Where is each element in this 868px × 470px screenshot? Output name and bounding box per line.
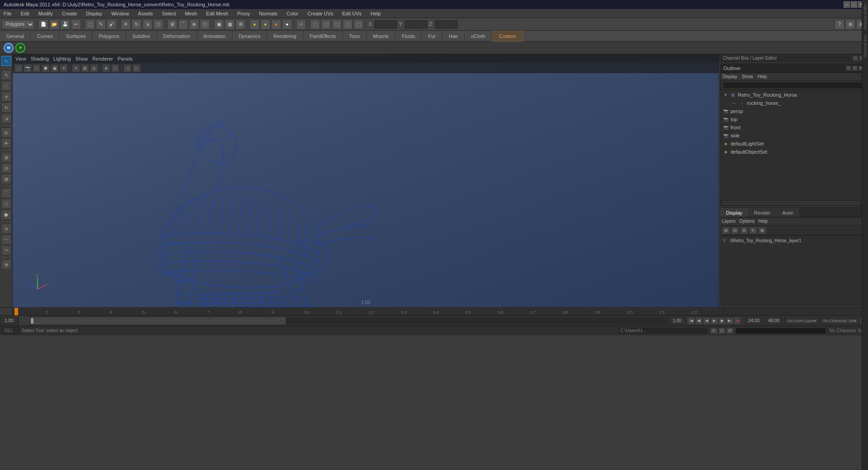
vp-select-button[interactable]: ⬚ bbox=[14, 64, 23, 72]
light1-button[interactable]: ● bbox=[250, 19, 259, 29]
range-end-end-field[interactable]: 48.00 bbox=[764, 318, 783, 324]
vp-grid-button[interactable]: # bbox=[72, 64, 80, 72]
show-hide-button[interactable]: 👁 bbox=[1, 138, 11, 148]
camera-tools-button[interactable]: ⬚ bbox=[310, 19, 320, 29]
maximize-button[interactable]: □ bbox=[851, 1, 857, 8]
paint-select-button[interactable]: ✎ bbox=[1, 70, 11, 80]
outliner-item-lightset[interactable]: ◈ defaultLightSet bbox=[721, 140, 867, 148]
outliner-item-persp[interactable]: 📷 persp bbox=[721, 107, 867, 115]
menu-item-edit[interactable]: Edit bbox=[19, 11, 31, 16]
viewport[interactable]: View Shading Lighting Show Renderer Pane… bbox=[13, 54, 719, 307]
outliner-item-rocking-horse[interactable]: ▼ ▤ Retro_Toy_Rocking_Horse bbox=[721, 91, 867, 99]
vp-hardware-button[interactable]: ⬡ bbox=[111, 64, 119, 72]
y-field[interactable] bbox=[405, 20, 427, 28]
vp-solid-button[interactable]: ⬢ bbox=[42, 64, 50, 72]
layer-tab-display[interactable]: Display bbox=[720, 208, 748, 217]
scale-tool-button[interactable]: ⇲ bbox=[142, 19, 152, 29]
outliner-search-input[interactable] bbox=[722, 82, 865, 89]
vp-menu-lighting[interactable]: Lighting bbox=[53, 56, 71, 61]
vp-next-button[interactable]: ▷ bbox=[132, 64, 141, 72]
vp-camera-button[interactable]: 📷 bbox=[24, 64, 32, 72]
tab-deformation[interactable]: Deformation bbox=[157, 31, 197, 42]
outliner-item-top[interactable]: 📷 top bbox=[721, 115, 867, 123]
tab-rendering[interactable]: Rendering bbox=[267, 31, 303, 42]
current-frame-field[interactable]: 1.00 bbox=[668, 318, 686, 324]
transport-to-end[interactable]: ▶| bbox=[726, 317, 733, 324]
help-button[interactable]: ? bbox=[835, 19, 844, 29]
shelf-button1[interactable]: ⊞ bbox=[845, 19, 855, 29]
ipr-button[interactable]: ▦ bbox=[225, 19, 235, 29]
snap-view-button[interactable]: ⊕ bbox=[1, 259, 11, 269]
tab-painteffects[interactable]: PaintEffects bbox=[303, 31, 343, 42]
transport-step-forward[interactable]: |▶ bbox=[718, 317, 726, 324]
outliner-menu-show[interactable]: Show bbox=[742, 74, 753, 79]
camera-tools2-button[interactable]: ⬚ bbox=[321, 19, 331, 29]
vp-menu-shading[interactable]: Shading bbox=[31, 56, 49, 61]
open-scene-button[interactable]: 📂 bbox=[49, 19, 59, 29]
menu-item-modify[interactable]: Modify bbox=[37, 11, 55, 16]
vp-menu-panels[interactable]: Panels bbox=[118, 56, 133, 61]
layer-tab-render[interactable]: Render bbox=[748, 208, 776, 217]
layer-new-button[interactable]: ⊞ bbox=[722, 227, 730, 234]
snap-grid-button[interactable]: ⊞ bbox=[167, 19, 177, 29]
tab-surfaces[interactable]: Surfaces bbox=[60, 31, 92, 42]
x-field[interactable] bbox=[374, 20, 397, 28]
camera-tools4-button[interactable]: ⬚ bbox=[343, 19, 353, 29]
new-scene-button[interactable]: 📄 bbox=[38, 19, 48, 29]
layer-refresh-button[interactable]: ↻ bbox=[749, 227, 757, 234]
menu-item-normals[interactable]: Normals bbox=[257, 11, 279, 16]
hair-button[interactable]: 〜 bbox=[1, 245, 11, 255]
transport-step-back[interactable]: ◀| bbox=[695, 317, 703, 324]
anim-layer-dropdown[interactable]: No Anim Layer ▾ bbox=[784, 318, 820, 324]
save-scene-button[interactable]: 💾 bbox=[60, 19, 70, 29]
light2-button[interactable]: ● bbox=[260, 19, 270, 29]
move-tool-button[interactable]: ✛ bbox=[121, 19, 131, 29]
move-button[interactable]: ✛ bbox=[1, 92, 11, 102]
render-layer-button[interactable]: ⊟ bbox=[1, 163, 11, 173]
vp-wireframe-button[interactable]: ⬡ bbox=[33, 64, 41, 72]
render-button[interactable]: ▣ bbox=[214, 19, 224, 29]
outliner-item-side[interactable]: 📷 side bbox=[721, 132, 867, 140]
layer-extra-button[interactable]: ⊠ bbox=[758, 227, 766, 234]
show-manipulator-button[interactable]: ⊹ bbox=[296, 19, 306, 29]
tab-fur[interactable]: Fur bbox=[422, 31, 443, 42]
timeline-playhead[interactable] bbox=[14, 308, 18, 315]
vp-menu-view[interactable]: View bbox=[15, 56, 26, 61]
layer-menu-help[interactable]: Help bbox=[758, 219, 768, 224]
vp-isolate-button[interactable]: ⊕ bbox=[102, 64, 110, 72]
camera-tools3-button[interactable]: ⬚ bbox=[332, 19, 342, 29]
tab-dynamics[interactable]: Dynamics bbox=[232, 31, 267, 42]
tab-fluids[interactable]: Fluids bbox=[396, 31, 422, 42]
transport-record[interactable]: ● bbox=[734, 317, 741, 324]
mode-dropdown[interactable]: Polygons bbox=[2, 20, 34, 29]
outliner-minimize-btn[interactable]: ─ bbox=[846, 66, 851, 71]
outliner-menu-display[interactable]: Display bbox=[722, 74, 737, 79]
channel-box-strip-label[interactable]: Channel Box bbox=[863, 34, 868, 58]
menu-item-assets[interactable]: Assets bbox=[136, 11, 155, 16]
display-layer-button[interactable]: ⊞ bbox=[1, 152, 11, 162]
vp-prev-button[interactable]: ◁ bbox=[123, 64, 132, 72]
range-start-field[interactable]: 1.00 bbox=[0, 318, 18, 324]
channel-box-minimize[interactable]: ─ bbox=[853, 56, 858, 61]
outliner-item-rocking-horse-mesh[interactable]: — ○ rocking_horse_ bbox=[721, 99, 867, 107]
soft-select-button[interactable]: ◎ bbox=[1, 127, 11, 137]
menu-item-proxy[interactable]: Proxy bbox=[236, 11, 252, 16]
layer-tab-anim[interactable]: Anim bbox=[776, 208, 799, 217]
character-set-dropdown[interactable]: No Character Set ▾ bbox=[820, 318, 860, 324]
dynamics-button[interactable]: ≋ bbox=[1, 224, 11, 234]
vp-menu-renderer[interactable]: Renderer bbox=[92, 56, 113, 61]
select-mode-button[interactable]: ↖ bbox=[1, 56, 11, 66]
tab-ncloth[interactable]: nCloth bbox=[465, 31, 492, 42]
rotate-tool-button[interactable]: ↻ bbox=[132, 19, 142, 29]
playhead-handle[interactable] bbox=[31, 318, 33, 324]
z-field[interactable] bbox=[435, 20, 458, 28]
vp-lighting-button[interactable]: ☀ bbox=[60, 64, 68, 72]
outliner-maximize-btn[interactable]: □ bbox=[852, 66, 858, 71]
surface-button[interactable]: ⬡ bbox=[1, 199, 11, 209]
tab-hair[interactable]: Hair bbox=[443, 31, 465, 42]
vp-xray-button[interactable]: ◎ bbox=[90, 64, 98, 72]
tab-toon[interactable]: Toon bbox=[343, 31, 367, 42]
snap-surface-button[interactable]: ⬡ bbox=[200, 19, 210, 29]
fluids-button[interactable]: 〰 bbox=[1, 235, 11, 244]
lasso-tool-button[interactable]: ✎ bbox=[96, 19, 106, 29]
